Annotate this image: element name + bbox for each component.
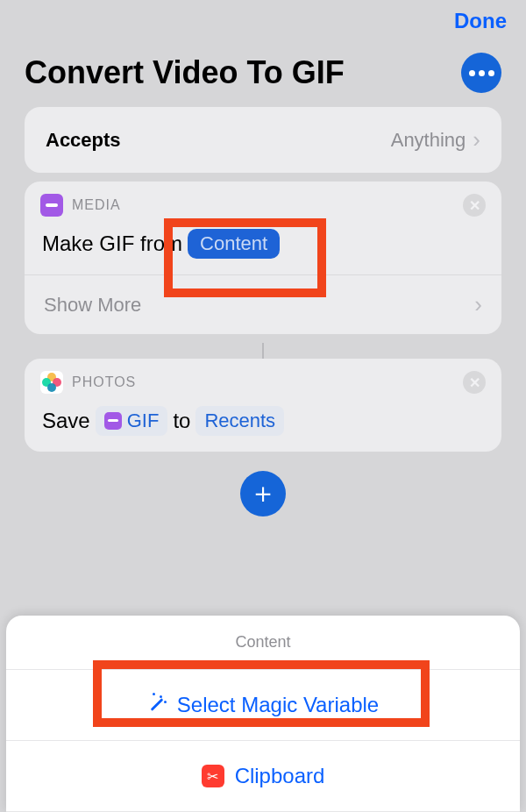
clipboard-label: Clipboard — [235, 764, 325, 788]
page-title: Convert Video To GIF — [25, 54, 345, 91]
scissors-icon: ✂ — [202, 765, 224, 787]
add-action-button[interactable]: ＋ — [240, 471, 286, 516]
photos-action-card: PHOTOS ✕ Save GIF to Recents — [25, 359, 501, 452]
accepts-label: Accepts — [46, 129, 121, 152]
gif-variable-pill[interactable]: GIF — [96, 406, 168, 436]
media-app-icon — [104, 412, 122, 430]
save-text: Save — [42, 409, 90, 433]
content-variable-pill[interactable]: Content — [188, 229, 280, 259]
done-button[interactable]: Done — [454, 9, 507, 33]
variable-picker-sheet: Content Select Magic Variable ✂ Clipboar… — [6, 616, 520, 812]
chevron-right-icon: › — [474, 291, 482, 318]
sheet-title: Content — [6, 616, 520, 670]
more-button[interactable] — [461, 53, 501, 93]
plus-icon: ＋ — [249, 474, 277, 513]
recents-pill-label: Recents — [204, 410, 275, 432]
action-connector — [25, 343, 501, 359]
chevron-right-icon: › — [473, 126, 480, 153]
to-text: to — [173, 409, 190, 433]
media-category-label: MEDIA — [72, 197, 121, 213]
accepts-value: Anything — [391, 129, 466, 152]
magic-wand-icon — [147, 695, 167, 715]
make-gif-text: Make GIF from — [42, 231, 182, 256]
close-icon[interactable]: ✕ — [463, 371, 486, 394]
magic-variable-label: Select Magic Variable — [177, 693, 379, 717]
clipboard-row[interactable]: ✂ Clipboard — [6, 741, 520, 812]
ellipsis-icon — [469, 70, 494, 76]
media-action-card: MEDIA ✕ Make GIF from Content Show More … — [25, 182, 501, 334]
show-more-row[interactable]: Show More › — [25, 274, 501, 334]
gif-pill-label: GIF — [127, 410, 160, 432]
show-more-label: Show More — [44, 294, 141, 317]
accepts-card[interactable]: Accepts Anything › — [25, 107, 501, 173]
close-icon[interactable]: ✕ — [463, 194, 486, 217]
photos-category-label: PHOTOS — [72, 374, 136, 390]
photos-app-icon — [40, 371, 63, 394]
media-app-icon — [40, 194, 63, 217]
select-magic-variable-row[interactable]: Select Magic Variable — [6, 670, 520, 741]
recents-album-pill[interactable]: Recents — [195, 406, 284, 436]
